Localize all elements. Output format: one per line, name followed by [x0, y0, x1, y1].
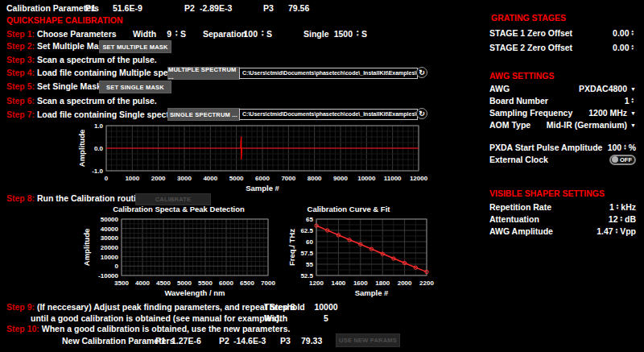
stage2-zero-offset-row: STAGE 2 Zero Offset 0.00: [489, 42, 636, 53]
step10-prefix: Step 10:: [6, 324, 39, 333]
svg-text:1.0: 1.0: [94, 122, 104, 130]
new-p2-value: -14.6E-3: [233, 336, 266, 346]
attentuation-spinner-icon[interactable]: [620, 216, 623, 223]
browse-path-icon[interactable]: [416, 108, 427, 119]
step9-prefix: Step 9:: [6, 302, 35, 312]
separation-value[interactable]: 100: [237, 29, 258, 39]
svg-text:Calibration Curve & Fit: Calibration Curve & Fit: [308, 205, 391, 213]
attentuation-value[interactable]: 12: [609, 214, 618, 224]
set-multiple-mask-button[interactable]: SET MULTIPLE MASK: [99, 40, 171, 53]
aom-type-value[interactable]: Mid-IR (Germanium): [547, 120, 627, 130]
stage1-spinner-icon[interactable]: [631, 30, 634, 37]
stage2-zero-offset-value[interactable]: 0.00: [613, 43, 629, 52]
peak-width-label: Width: [264, 313, 287, 323]
aom-type-row: AOM Type Mid-IR (Germanium): [489, 119, 636, 130]
step9-line2: until a good calibration is obtained (se…: [31, 313, 282, 323]
step2-prefix: Step 2:: [6, 41, 35, 51]
p3-value: 79.56: [288, 3, 309, 13]
aom-type-label: AOM Type: [489, 120, 530, 130]
peak-width-value[interactable]: 5: [310, 313, 342, 323]
svg-text:1800: 1800: [375, 280, 390, 287]
step9-line1: Step 9: (If neccesary) Adjust peak findi…: [6, 302, 295, 312]
svg-text:20000: 20000: [101, 244, 119, 251]
attentuation-row: Attentuation 12dB: [489, 213, 636, 225]
chevron-down-icon[interactable]: [630, 110, 636, 116]
svg-text:12000: 12000: [410, 175, 428, 182]
chevron-down-icon[interactable]: [630, 122, 636, 128]
threshold-value[interactable]: 10000: [310, 302, 342, 312]
awg-row: AWG PXDAC4800: [489, 83, 636, 94]
chevron-down-icon[interactable]: [630, 86, 636, 92]
browse-path-icon[interactable]: [416, 67, 427, 78]
quickshape-calibration-heading: QUICKSHAPE CALIBRATION: [6, 15, 122, 25]
svg-text:2000: 2000: [151, 175, 166, 182]
single-spinner-icon[interactable]: [356, 30, 359, 37]
awg-amplitude-unit: Vpp: [620, 226, 636, 236]
multiple-spectrum-button[interactable]: MULTIPLE SPECTRUM ...: [167, 67, 240, 80]
separation-spinner-icon[interactable]: [261, 30, 264, 37]
awg-amplitude-value[interactable]: 1.47: [597, 226, 613, 236]
svg-text:3000: 3000: [177, 175, 192, 182]
width-label: Width: [133, 29, 156, 39]
awg-value[interactable]: PXDAC4800: [579, 84, 627, 93]
repetition-rate-value[interactable]: 1: [609, 202, 614, 212]
sampling-frequency-value[interactable]: 1200 MHz: [588, 108, 627, 118]
new-p1-label: P1: [155, 336, 166, 346]
svg-text:30000: 30000: [101, 234, 119, 242]
set-single-mask-button[interactable]: SET SINGLE MASK: [99, 81, 171, 93]
svg-text:10000: 10000: [101, 254, 119, 261]
svg-text:4000: 4000: [203, 175, 217, 182]
svg-text:5000: 5000: [177, 280, 192, 287]
svg-text:0: 0: [115, 263, 119, 270]
svg-text:11000: 11000: [384, 175, 402, 182]
single-unit: S: [361, 29, 367, 39]
board-number-label: Board Number: [489, 96, 548, 106]
external-clock-toggle[interactable]: OFF: [609, 155, 636, 165]
svg-text:2200: 2200: [419, 280, 434, 287]
awg-amplitude-spinner-icon[interactable]: [615, 228, 618, 235]
external-clock-label: External Clock: [489, 155, 548, 164]
single-value[interactable]: 1500: [332, 29, 353, 39]
board-number-spinner-icon[interactable]: [631, 97, 634, 105]
step1-prefix: Step 1:: [6, 29, 35, 39]
awg-amplitude-label: AWG Amplitude: [489, 226, 553, 236]
svg-text:7000: 7000: [281, 175, 295, 182]
p1-label: P1: [85, 3, 96, 13]
new-p1-value: 1.27E-6: [171, 336, 201, 346]
svg-text:65: 65: [306, 216, 313, 223]
svg-text:1000: 1000: [125, 175, 139, 182]
stage2-zero-offset-label: STAGE 2 Zero Offset: [489, 43, 572, 52]
svg-text:6500: 6500: [240, 280, 254, 287]
svg-text:0: 0: [105, 175, 109, 182]
svg-text:Freq./ THz: Freq./ THz: [287, 229, 296, 266]
multiple-spectrum-path-field[interactable]: C:\Users\ctmid\Documents\phasetech\code\…: [239, 68, 418, 79]
board-number-value[interactable]: 1: [625, 96, 630, 106]
svg-text:1600: 1600: [353, 280, 368, 287]
pxda-spinner-icon[interactable]: [623, 144, 626, 151]
pxda-unit: %: [629, 143, 636, 152]
svg-text:4500: 4500: [156, 280, 171, 287]
svg-text:62.5: 62.5: [300, 227, 313, 234]
stage2-spinner-icon[interactable]: [631, 44, 634, 52]
toggle-knob-icon: [612, 156, 618, 163]
svg-text:9000: 9000: [333, 175, 348, 182]
pxda-start-pulse-amplitude-value[interactable]: 100: [608, 143, 622, 152]
stage1-zero-offset-value[interactable]: 0.00: [613, 28, 629, 38]
sampling-frequency-label: Sampling Frequency: [489, 108, 572, 118]
svg-text:0.0: 0.0: [94, 145, 104, 152]
step8-text: Step 8: Run the Calibration routine.: [6, 193, 148, 203]
svg-text:1400: 1400: [332, 280, 346, 287]
repetition-rate-spinner-icon[interactable]: [616, 204, 619, 211]
step10-text: Step 10: When a good calibration is obta…: [6, 324, 290, 333]
svg-text:57.5: 57.5: [300, 250, 313, 257]
svg-text:Amplitude: Amplitude: [77, 130, 86, 167]
svg-text:1200: 1200: [309, 280, 324, 287]
svg-text:3500: 3500: [114, 280, 129, 287]
width-value[interactable]: 9: [157, 29, 171, 39]
board-number-row: Board Number 1: [489, 95, 636, 106]
width-spinner-icon[interactable]: [175, 30, 178, 37]
step4-text: Step 4: Load file containing Multiple sp…: [6, 68, 194, 77]
use-new-params-button[interactable]: USE NEW PARAMS: [336, 333, 400, 347]
step6-text: Step 6: Scan a spectrum of the pulse.: [6, 96, 157, 106]
p2-label: P2: [184, 3, 195, 13]
